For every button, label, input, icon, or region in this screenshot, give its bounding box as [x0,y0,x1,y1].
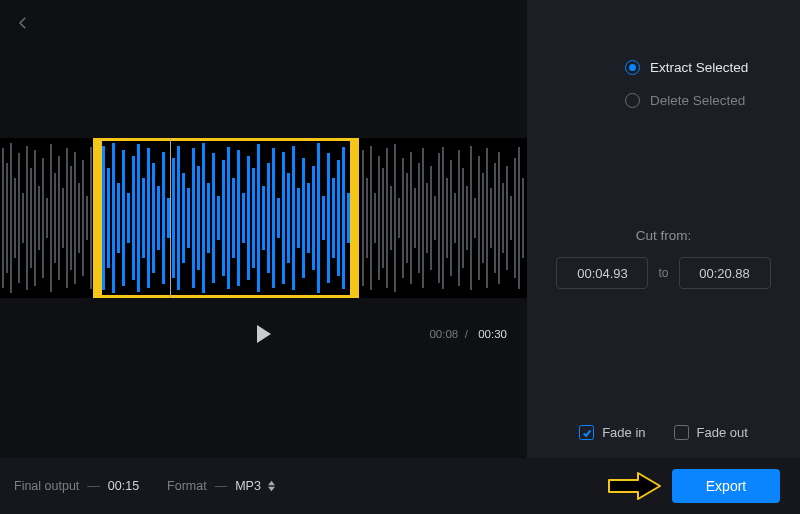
svg-rect-68 [112,143,115,293]
radio-label: Delete Selected [650,93,745,108]
checkbox-icon [674,425,689,440]
svg-rect-110 [322,196,325,240]
right-footer: Export [527,458,800,514]
radio-icon [625,60,640,75]
callout-arrow-icon [606,469,664,503]
svg-rect-63 [514,158,516,278]
checkbox-label: Fade out [697,425,748,440]
svg-rect-17 [62,188,64,248]
svg-rect-3 [6,163,8,273]
radio-delete-selected[interactable]: Delete Selected [625,93,745,108]
svg-rect-21 [78,183,80,253]
preview-panel: 00:08 / 00:30 Final output — 00:15 Forma… [0,0,527,514]
svg-rect-91 [227,147,230,289]
svg-rect-83 [187,188,190,248]
cut-from-input[interactable]: 00:04.93 [556,257,648,289]
svg-rect-47 [450,160,452,276]
back-button[interactable] [14,14,32,32]
final-output-value: 00:15 [108,479,139,493]
divider: — [215,479,228,493]
svg-rect-11 [38,186,40,250]
svg-rect-37 [410,152,412,284]
chevron-left-icon [14,14,32,32]
svg-rect-70 [122,150,125,286]
svg-rect-86 [202,143,205,293]
svg-rect-85 [197,166,200,270]
format-segment[interactable]: Format — MP3 [167,479,276,493]
svg-rect-9 [30,168,32,268]
svg-rect-2 [2,148,4,288]
svg-rect-56 [486,148,488,288]
checkbox-fade-in[interactable]: Fade in [579,425,645,440]
format-label: Format [167,479,207,493]
svg-rect-40 [422,148,424,288]
svg-rect-38 [414,188,416,248]
time-display: 00:08 / 00:30 [429,328,507,340]
svg-rect-77 [157,186,160,250]
svg-rect-98 [262,186,265,250]
svg-rect-26 [366,178,368,258]
settings-panel: Extract Selected Delete Selected Cut fro… [527,0,800,514]
svg-rect-108 [312,166,315,270]
checkbox-fade-out[interactable]: Fade out [674,425,748,440]
svg-rect-74 [142,178,145,258]
svg-rect-95 [247,156,250,280]
svg-rect-15 [54,173,56,263]
svg-rect-57 [490,188,492,248]
svg-marker-116 [268,481,275,485]
svg-rect-52 [470,146,472,290]
time-separator: / [461,328,474,340]
svg-rect-54 [478,156,480,280]
svg-rect-46 [446,178,448,258]
svg-rect-55 [482,173,484,263]
checkbox-icon [579,425,594,440]
cut-to-input[interactable]: 00:20.88 [679,257,771,289]
svg-rect-10 [34,150,36,286]
svg-rect-88 [212,153,215,283]
svg-rect-20 [74,152,76,284]
svg-rect-87 [207,183,210,253]
svg-rect-62 [510,196,512,240]
cut-from-section: Cut from: 00:04.93 to 00:20.88 [547,228,780,289]
svg-rect-42 [430,166,432,270]
export-button[interactable]: Export [672,469,780,503]
svg-rect-107 [307,183,310,253]
svg-rect-39 [418,163,420,273]
svg-rect-64 [518,147,520,289]
waveform-track[interactable] [0,138,527,298]
svg-rect-29 [378,156,380,280]
play-button[interactable] [257,325,271,343]
svg-rect-76 [152,163,155,273]
svg-rect-89 [217,196,220,240]
svg-rect-73 [137,144,140,292]
svg-rect-16 [58,156,60,280]
svg-rect-101 [277,198,280,238]
svg-rect-18 [66,148,68,288]
svg-rect-51 [466,186,468,250]
playhead[interactable] [170,138,171,298]
svg-rect-25 [362,150,364,286]
radio-extract-selected[interactable]: Extract Selected [625,60,748,75]
svg-rect-66 [102,146,105,290]
waveform-background [0,138,527,298]
mode-radio-group: Extract Selected Delete Selected [547,60,780,108]
svg-rect-114 [342,147,345,289]
svg-rect-27 [370,146,372,290]
svg-rect-78 [162,152,165,284]
final-output-segment: Final output — 00:15 [14,479,139,493]
svg-rect-43 [434,196,436,240]
svg-rect-90 [222,160,225,276]
svg-rect-50 [462,168,464,268]
svg-rect-8 [26,146,28,290]
selection-handle-start[interactable] [93,138,102,298]
svg-rect-31 [386,148,388,288]
selection-handle-end[interactable] [350,138,359,298]
time-total: 00:30 [478,328,507,340]
svg-rect-60 [502,183,504,253]
format-dropdown-icon [267,480,276,492]
svg-rect-72 [132,156,135,280]
svg-rect-12 [42,158,44,278]
svg-rect-32 [390,186,392,250]
svg-rect-4 [10,143,12,293]
svg-rect-28 [374,193,376,243]
